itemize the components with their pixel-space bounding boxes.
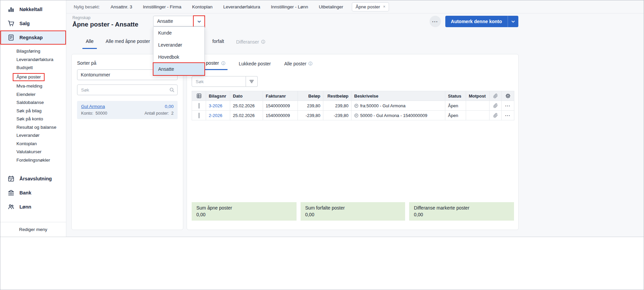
paperclip-icon bbox=[493, 93, 498, 99]
filter-button[interactable] bbox=[246, 76, 258, 87]
col-beskrivelse[interactable]: Beskrivelse bbox=[351, 91, 445, 101]
col-status[interactable]: Status bbox=[445, 91, 466, 101]
col-fakturanr[interactable]: Fakturanr bbox=[263, 91, 298, 101]
breadcrumb: Regnskap bbox=[72, 15, 138, 20]
cell-dato: 25.02.2026 bbox=[230, 101, 263, 111]
recent-link-ansattnr[interactable]: Ansattnr. 3 bbox=[111, 4, 132, 9]
col-attachment bbox=[490, 91, 502, 101]
sidebar-subitem-bilagsforing[interactable]: Bilagsføring bbox=[0, 47, 66, 56]
sort-select-value: Kontonummer bbox=[81, 72, 110, 77]
recent-link-innstillinger-firma[interactable]: Innstillinger - Firma bbox=[143, 4, 182, 9]
sidebar-subitem-apne-poster[interactable]: Åpne poster bbox=[0, 72, 66, 82]
account-number: Konto: 50000 bbox=[81, 111, 107, 116]
table-header-row: Bilagsnr Dato Fakturanr Beløp Restbeløp … bbox=[192, 91, 514, 101]
col-motpost[interactable]: Motpost bbox=[466, 91, 490, 101]
sidebar-item-bank[interactable]: Bank bbox=[0, 186, 66, 200]
recent-tab-apne-poster[interactable]: Åpne poster × bbox=[352, 2, 389, 11]
tab-differanser[interactable]: Differanser bbox=[233, 37, 269, 49]
cell-restbelop: 239,80 bbox=[323, 101, 351, 111]
account-post-count: Antall poster: 2 bbox=[144, 111, 174, 116]
sidebar-item-label: Nøkkeltall bbox=[19, 7, 43, 12]
account-list-item[interactable]: Gul Armona 0,00 Konto: 50000 Antall post… bbox=[77, 101, 178, 119]
row-checkbox[interactable] bbox=[199, 103, 199, 109]
bilagsnr-link[interactable]: 3-2026 bbox=[209, 103, 222, 108]
dropdown-option-hovedbok[interactable]: Hovedbok bbox=[153, 51, 204, 63]
col-bilagsnr[interactable]: Bilagsnr bbox=[206, 91, 230, 101]
col-belop[interactable]: Beløp bbox=[298, 91, 323, 101]
sidebar-subitem-leverandor[interactable]: Leverandør bbox=[0, 131, 66, 140]
automerk-button-label[interactable]: Automerk denne konto bbox=[445, 16, 508, 27]
cell-beskrivelse: 50000 - Gul Armona - 1540000009 bbox=[354, 113, 442, 118]
bilagsnr-link[interactable]: 2-2026 bbox=[209, 113, 222, 118]
sidebar-subitem-kontoplan[interactable]: Kontoplan bbox=[0, 140, 66, 148]
info-icon bbox=[261, 40, 265, 44]
sidebar-subitem-budsjett[interactable]: Budsjett bbox=[0, 64, 66, 72]
bank-icon bbox=[8, 189, 14, 196]
gear-icon bbox=[505, 93, 511, 99]
sidebar-subitem-saldobalanse[interactable]: Saldobalanse bbox=[0, 99, 66, 107]
posts-search-input[interactable] bbox=[192, 76, 246, 87]
row-actions-button[interactable]: ··· bbox=[505, 113, 511, 118]
tab-lukkede-poster-label: Lukkede poster bbox=[239, 61, 271, 66]
sidebar-subitem-leverandorfaktura[interactable]: Leverandørfaktura bbox=[0, 56, 66, 64]
dropdown-option-ansatte[interactable]: Ansatte bbox=[153, 63, 204, 75]
col-settings[interactable] bbox=[502, 91, 514, 101]
sidebar-item-label: Bank bbox=[19, 190, 31, 195]
sidebar-subitem-resultat-og-balanse[interactable]: Resultat og balanse bbox=[0, 123, 66, 132]
more-options-button[interactable]: ··· bbox=[430, 16, 441, 27]
select-all-header[interactable] bbox=[192, 91, 206, 101]
col-restbelop[interactable]: Restbeløp bbox=[323, 91, 351, 101]
edit-menu-button[interactable]: Rediger meny bbox=[0, 222, 66, 237]
row-checkbox[interactable] bbox=[199, 113, 199, 118]
sidebar-subitem-fordelingsnokler[interactable]: Fordelingsnøkler bbox=[0, 156, 66, 165]
recent-link-leverandorfaktura[interactable]: Leverandørfaktura bbox=[223, 4, 260, 9]
cell-belop: -239,80 bbox=[298, 111, 323, 120]
sidebar-subitem-sok-pa-bilag[interactable]: Søk på bilag bbox=[0, 107, 66, 115]
automerk-dropdown-toggle[interactable] bbox=[508, 16, 518, 27]
sidebar-item-salg[interactable]: Salg bbox=[0, 16, 66, 31]
recent-link-kontoplan[interactable]: Kontoplan bbox=[192, 4, 212, 9]
cell-motpost bbox=[466, 101, 490, 111]
tab-alle-med-apne-poster[interactable]: Alle med åpne poster bbox=[102, 37, 153, 49]
cart-icon bbox=[8, 20, 14, 27]
paperclip-icon[interactable] bbox=[493, 113, 498, 118]
cell-status: Åpen bbox=[445, 111, 466, 120]
paperclip-icon[interactable] bbox=[493, 103, 498, 108]
tab-alle[interactable]: Alle bbox=[82, 37, 97, 49]
bar-chart-icon bbox=[8, 6, 14, 13]
sidebar-item-label: Lønn bbox=[19, 204, 31, 210]
ledger-icon bbox=[8, 34, 14, 41]
tab-forfalt[interactable]: forfalt bbox=[209, 37, 228, 49]
context-type-select[interactable]: Ansatte bbox=[153, 16, 205, 26]
title-block: Regnskap Åpne poster - Ansatte bbox=[72, 15, 138, 28]
tab-lukkede-poster[interactable]: Lukkede poster bbox=[237, 59, 273, 70]
row-actions-button[interactable]: ··· bbox=[505, 103, 511, 108]
main-area: Nylig besøkt: Ansattnr. 3 Innstillinger … bbox=[66, 0, 644, 237]
recent-tab-label: Åpne poster bbox=[356, 4, 380, 9]
close-icon[interactable]: × bbox=[383, 4, 385, 9]
context-select-value: Ansatte bbox=[157, 18, 173, 24]
sidebar-subitem-mva-melding[interactable]: Mva-melding bbox=[0, 82, 66, 91]
sidebar-item-lonn[interactable]: Lønn bbox=[0, 200, 66, 214]
sidebar-item-regnskap[interactable]: Regnskap bbox=[0, 31, 66, 45]
table-row: 2-2026 25.02.2026 1540000009 -239,80 -23… bbox=[192, 111, 514, 120]
sidebar-item-arsavslutning[interactable]: Årsavslutning bbox=[0, 172, 66, 186]
col-dato[interactable]: Dato bbox=[230, 91, 263, 101]
sidebar-subitem-valutakurser[interactable]: Valutakurser bbox=[0, 148, 66, 156]
sidebar-item-nokkeltall[interactable]: Nøkkeltall bbox=[0, 2, 66, 16]
account-link[interactable]: Gul Armona bbox=[81, 104, 105, 109]
summary-marked-difference: Differanse markerte poster 0,00 bbox=[409, 202, 514, 221]
recent-link-utbetalinger[interactable]: Utbetalinger bbox=[319, 4, 343, 9]
sidebar-subitem-sok-pa-konto[interactable]: Søk på konto bbox=[0, 115, 66, 123]
sidebar-subitem-eiendeler[interactable]: Eiendeler bbox=[0, 91, 66, 99]
automerk-button[interactable]: Automerk denne konto bbox=[445, 16, 518, 27]
dropdown-option-kunde[interactable]: Kunde bbox=[153, 27, 204, 39]
people-icon bbox=[8, 204, 14, 210]
tab-differanser-label: Differanser bbox=[236, 39, 259, 45]
account-search-input[interactable] bbox=[77, 84, 178, 95]
dropdown-option-leverandor[interactable]: Leverandør bbox=[153, 39, 204, 51]
sidebar-item-label: Regnskap bbox=[19, 35, 43, 40]
recent-link-innstillinger-lonn[interactable]: Innstillinger - Lønn bbox=[271, 4, 308, 9]
posts-tabs: Åpne poster Lukkede poster Alle poster bbox=[187, 54, 518, 70]
tab-alle-poster[interactable]: Alle poster bbox=[282, 59, 315, 70]
